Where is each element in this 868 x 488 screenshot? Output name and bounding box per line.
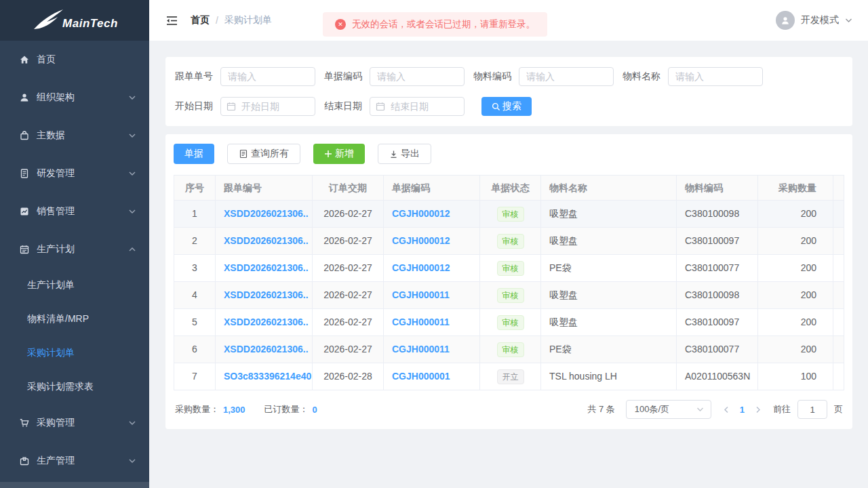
status-badge: 审核 [497, 261, 524, 276]
col-header-material-name: 物料名称 [541, 176, 677, 201]
breadcrumb-home[interactable]: 首页 [191, 14, 210, 26]
cell-order-no[interactable]: XSDD2026021306.. [216, 201, 313, 228]
cell-order-no[interactable]: XSDD2026021306.. [216, 228, 313, 255]
cell-order-no[interactable]: XSDD2026021306.. [216, 282, 313, 309]
table-row[interactable]: 5XSDD2026021306..2026-02-27CGJH000011审核吸… [174, 309, 844, 336]
sidebar-item-label: 首页 [37, 54, 56, 66]
status-badge: 审核 [497, 288, 524, 303]
chevron-down-icon [696, 407, 704, 412]
document-button-label: 单据 [184, 148, 203, 160]
doc-code-link[interactable]: CGJH000012 [392, 262, 450, 273]
sidebar-item-purchase-management[interactable]: 采购管理 [0, 404, 149, 442]
cell-index: 4 [174, 282, 216, 309]
collapse-sidebar-icon[interactable] [165, 15, 178, 26]
sidebar-item-rd-management[interactable]: 研发管理 [0, 155, 149, 192]
sidebar-item-organization[interactable]: 组织架构 [0, 79, 149, 117]
order-link[interactable]: XSDD2026021306.. [224, 235, 309, 246]
sidebar-item-master-data[interactable]: 主数据 [0, 117, 149, 155]
cell-status: 审核 [480, 309, 541, 336]
cart-icon [19, 418, 30, 428]
cell-empty [833, 282, 844, 309]
cell-material-code: C380100098 [677, 282, 758, 309]
cell-status: 审核 [480, 282, 541, 309]
field-label-tracking-no: 跟单单号 [175, 70, 213, 83]
cell-doc-code[interactable]: CGJH000011 [384, 336, 480, 363]
order-link[interactable]: XSDD2026021306.. [224, 262, 309, 273]
sidebar-item-sales-management[interactable]: 销售管理 [0, 192, 149, 230]
cell-doc-code[interactable]: CGJH000012 [384, 228, 480, 255]
order-link[interactable]: SO3c833396214e40 [224, 371, 311, 382]
doc-code-input[interactable] [370, 67, 465, 86]
main-area: 首页 / 采购计划单 ✕ 无效的会话，或者会话已过期，请重新登录。 开发模式 跟… [149, 0, 868, 488]
page-size-select[interactable]: 100条/页 [626, 400, 711, 419]
field-label-material-name: 物料名称 [623, 70, 660, 83]
order-link[interactable]: XSDD2026021306.. [224, 289, 309, 300]
material-name-input[interactable] [668, 67, 763, 86]
col-header-empty [833, 176, 844, 201]
toolbar: 单据 查询所有 新增 [174, 144, 844, 164]
doc-code-link[interactable]: CGJH000011 [392, 317, 450, 327]
sidebar-subitem-purchase-plan-order[interactable]: 采购计划单 [0, 336, 149, 370]
add-button[interactable]: 新增 [313, 144, 365, 164]
logo-swoosh-icon [31, 7, 65, 34]
chevron-down-icon [845, 18, 852, 23]
cell-doc-code[interactable]: CGJH000011 [384, 282, 480, 309]
table-row[interactable]: 7SO3c833396214e402026-02-28CGJH000001开立T… [174, 363, 844, 390]
cell-qty: 200 [758, 201, 833, 228]
cell-index: 6 [174, 336, 216, 363]
cell-doc-code[interactable]: CGJH000012 [384, 255, 480, 282]
field-label-doc-code: 单据编码 [324, 70, 362, 83]
ordered-qty-value: 0 [313, 405, 317, 415]
sidebar-subitem-bom-mrp[interactable]: 物料清单/MRP [0, 302, 149, 336]
search-button[interactable]: 搜索 [481, 97, 532, 116]
order-link[interactable]: XSDD2026021306.. [224, 317, 309, 327]
cell-status: 审核 [480, 201, 541, 228]
cell-status: 审核 [480, 228, 541, 255]
page-number[interactable]: 1 [740, 405, 745, 415]
next-page-button[interactable] [755, 406, 761, 413]
cell-order-no[interactable]: XSDD2026021306.. [216, 336, 313, 363]
table-row[interactable]: 4XSDD2026021306..2026-02-27CGJH000011审核吸… [174, 282, 844, 309]
cell-material-code: C380100077 [677, 255, 758, 282]
cell-material-code: A0201100563N [677, 363, 758, 390]
document-button[interactable]: 单据 [174, 144, 214, 164]
document-icon [19, 168, 30, 179]
sidebar-item-home[interactable]: 首页 [0, 41, 149, 79]
sidebar-subitem-production-plan-order[interactable]: 生产计划单 [0, 268, 149, 302]
cell-status: 审核 [480, 336, 541, 363]
table-row[interactable]: 2XSDD2026021306..2026-02-27CGJH000012审核吸… [174, 228, 844, 255]
cell-material-code: C380100097 [677, 228, 758, 255]
sidebar-item-production-management[interactable]: 生产管理 [0, 442, 149, 480]
cell-doc-code[interactable]: CGJH000012 [384, 201, 480, 228]
sidebar-item-production-plan[interactable]: 生产计划 [0, 230, 149, 268]
query-all-button[interactable]: 查询所有 [227, 144, 300, 164]
sidebar-subitem-purchase-plan-demand[interactable]: 采购计划需求表 [0, 370, 149, 404]
cell-qty: 200 [758, 228, 833, 255]
shopping-bag-icon [19, 130, 30, 141]
doc-code-link[interactable]: CGJH000012 [392, 235, 450, 246]
material-code-input[interactable] [519, 67, 614, 86]
cell-order-no[interactable]: XSDD2026021306.. [216, 255, 313, 282]
prev-page-button[interactable] [724, 406, 729, 413]
user-menu[interactable]: 开发模式 [776, 11, 852, 30]
tracking-no-input[interactable] [220, 67, 315, 86]
doc-code-link[interactable]: CGJH000012 [392, 208, 450, 219]
cell-index: 5 [174, 309, 216, 336]
order-link[interactable]: XSDD2026021306.. [224, 344, 309, 354]
cell-empty [833, 309, 844, 336]
doc-code-link[interactable]: CGJH000011 [392, 289, 450, 300]
chevron-down-icon [129, 458, 136, 464]
doc-code-link[interactable]: CGJH000001 [392, 371, 450, 382]
cell-order-no[interactable]: SO3c833396214e40 [216, 363, 313, 390]
doc-code-link[interactable]: CGJH000011 [392, 344, 450, 354]
table-row[interactable]: 6XSDD2026021306..2026-02-27CGJH000011审核P… [174, 336, 844, 363]
cell-due-date: 2026-02-27 [313, 201, 384, 228]
goto-page-input[interactable] [797, 400, 827, 419]
cell-doc-code[interactable]: CGJH000001 [384, 363, 480, 390]
cell-order-no[interactable]: XSDD2026021306.. [216, 309, 313, 336]
table-row[interactable]: 3XSDD2026021306..2026-02-27CGJH000012审核P… [174, 255, 844, 282]
cell-doc-code[interactable]: CGJH000011 [384, 309, 480, 336]
export-button[interactable]: 导出 [378, 144, 431, 164]
table-row[interactable]: 1XSDD2026021306..2026-02-27CGJH000012审核吸… [174, 201, 844, 228]
order-link[interactable]: XSDD2026021306.. [224, 208, 309, 219]
